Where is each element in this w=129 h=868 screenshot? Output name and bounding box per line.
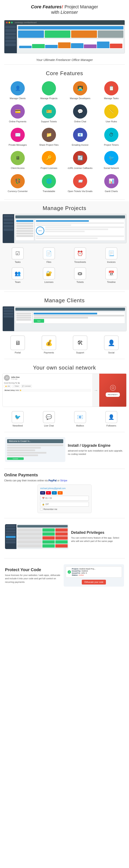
- like-button[interactable]: 👍 Like: [4, 385, 11, 388]
- reply-text: Hello! 👋: [15, 390, 22, 391]
- proj-topbar: [15, 215, 125, 218]
- sub-label: Invoices: [107, 261, 116, 263]
- proj-list-item: [16, 227, 33, 229]
- feature-icon-glyph: 📁: [46, 132, 52, 137]
- sub-icon: 👤: [105, 411, 117, 423]
- feature-item-social-network: 🐦 Social Network: [96, 149, 127, 171]
- protect-heading: Protect Your Code: [5, 567, 61, 572]
- header: Core Features! Project Manager with Lice…: [0, 0, 129, 18]
- feature-label: Project Licenses: [41, 166, 57, 169]
- chat-text: RECIPIENT?: [108, 394, 118, 396]
- client-cell: [16, 319, 31, 321]
- header-title: Core Features! Project Manager with Lice…: [2, 4, 127, 15]
- sub-icon: 🎟: [74, 268, 86, 280]
- feature-icon-glyph: ✉️: [15, 132, 20, 137]
- payment-expiry-field[interactable]: 📅 01 / 19: [40, 496, 89, 501]
- proj-sidebar-item: [4, 218, 13, 221]
- amex-icon: AX: [52, 491, 57, 495]
- social-profile: JD John Doe 2 min ago: [4, 375, 91, 381]
- sub-feature-invoices: 📃 Invoices: [96, 246, 127, 265]
- install-connect-btn[interactable]: Connect: [7, 457, 24, 460]
- brand-exclaim: !: [62, 4, 63, 9]
- ss-main: [17, 25, 125, 53]
- feature-icon-glyph: 📨: [77, 179, 83, 184]
- sub-label: Licenses: [44, 281, 53, 283]
- sub-label: Newsfeed: [13, 425, 23, 427]
- proj-list-item: [16, 220, 33, 222]
- feature-icon-glyph: 🔄: [77, 155, 83, 161]
- ss-sidebar-item: [5, 36, 16, 39]
- priv-cell-green: [42, 532, 55, 536]
- privileges-right: Detailed Privileges You can control ever…: [71, 524, 124, 549]
- priv-sidebar-item: [6, 533, 15, 535]
- obfuscate-btn-wrapper: Obfuscate your code: [66, 580, 122, 585]
- ss-cards: [18, 30, 123, 38]
- feature-icon: 💱: [11, 174, 25, 188]
- feature-icon: 🎫: [42, 104, 56, 119]
- feature-icon-glyph: 🖥: [15, 155, 20, 161]
- priv-sidebar-item: [6, 528, 15, 530]
- feature-label: Support Tickets: [41, 120, 57, 123]
- expiry-value: 01 / 19: [45, 497, 52, 499]
- sub-feature-live chat: 💬 Live Chat: [34, 409, 64, 429]
- priv-cell-red: [55, 544, 68, 548]
- share-button[interactable]: ↗ Share: [12, 385, 20, 388]
- proj-detail-line: [45, 231, 85, 232]
- ss-sidebar-item: [5, 43, 16, 46]
- client-save-button[interactable]: Save: [34, 319, 44, 323]
- feature-icon: 👨‍💻: [73, 81, 87, 95]
- feature-icon: 📨: [73, 174, 87, 188]
- social-network-section: Your own social network JD John Doe 2 mi…: [0, 361, 129, 430]
- protect-desc: Issue licenses for your websites / web a…: [5, 574, 61, 584]
- feature-label: Open Tickets Via Emails: [68, 190, 92, 193]
- feature-item-share-project-files: 📁 Share Project Files: [34, 126, 64, 148]
- feature-label: Gantt Charts: [105, 190, 118, 193]
- feature-item-curl-license-callbacks: 🔄 cURL License Callbacks: [65, 149, 95, 171]
- ss-bar: [71, 43, 83, 48]
- social-circle-icon: ◎: [110, 383, 116, 392]
- install-right: Install / Upgrade Engine advanced script…: [68, 437, 124, 462]
- lock-icon: 🔒: [42, 503, 45, 505]
- ss-bar: [32, 44, 45, 48]
- feature-icon: 🐦: [104, 151, 118, 165]
- priv-cell-green: [55, 540, 68, 544]
- priv-cell-green: [42, 528, 55, 532]
- priv-cell-green: [42, 544, 55, 548]
- feature-icon: 🔄: [73, 151, 87, 165]
- header-licenser: Licenser: [60, 9, 78, 15]
- sub-icon: 🐦: [12, 411, 24, 423]
- feature-item-project-timers: ⏱ Project Timers: [96, 126, 127, 148]
- proj-detail-line: [36, 220, 89, 222]
- priv-sidebar-item: [6, 541, 15, 544]
- license-card: ✓ Project: Dedrick Basil Proj... Issued …: [66, 566, 122, 578]
- core-features-section: Core Features 👤 Manage Clients Manage Pr…: [0, 66, 129, 198]
- feature-item-manage-projects: Manage Projects: [34, 79, 64, 101]
- cvv-value: 197: [45, 503, 49, 505]
- comment-button[interactable]: 💬 Comment: [21, 385, 32, 388]
- obfuscate-button[interactable]: Obfuscate your code: [82, 580, 106, 585]
- feature-item-currency-converter: 💱 Currency Converter: [2, 172, 33, 194]
- feature-label: Social Network: [103, 166, 119, 169]
- sub-icon: 🔐: [43, 268, 55, 280]
- proj-sidebar-item: [4, 222, 13, 224]
- protect-left: Protect Your Code Issue licenses for you…: [5, 564, 61, 587]
- feature-icon-glyph: 💱: [15, 179, 20, 184]
- proj-detail-line: [36, 222, 124, 224]
- proj-detail-line: [36, 238, 97, 239]
- proj-detail: 65%: [35, 219, 125, 241]
- sub-feature-support: 🛠 Support: [65, 334, 95, 355]
- sub-label: Team: [15, 281, 20, 283]
- manage-projects-heading: Manage Projects: [0, 201, 129, 214]
- payment-cvv-field[interactable]: 🔒 197: [40, 502, 89, 507]
- priv-cell: [17, 532, 42, 536]
- ss-card-orange: [71, 30, 97, 38]
- divider: [4, 359, 125, 359]
- privileges-desc: You can control every feature of the app…: [71, 536, 124, 543]
- sub-feature-team: 👥 Team: [2, 266, 33, 285]
- proj-detail-line: [45, 228, 108, 230]
- install-line: [7, 444, 63, 446]
- ss-chart: [18, 39, 123, 49]
- remember-checkbox[interactable]: [40, 508, 43, 510]
- ss-dot-yellow: [8, 22, 10, 23]
- feature-item-manage-developers: 👨‍💻 Manage Developers: [65, 79, 95, 101]
